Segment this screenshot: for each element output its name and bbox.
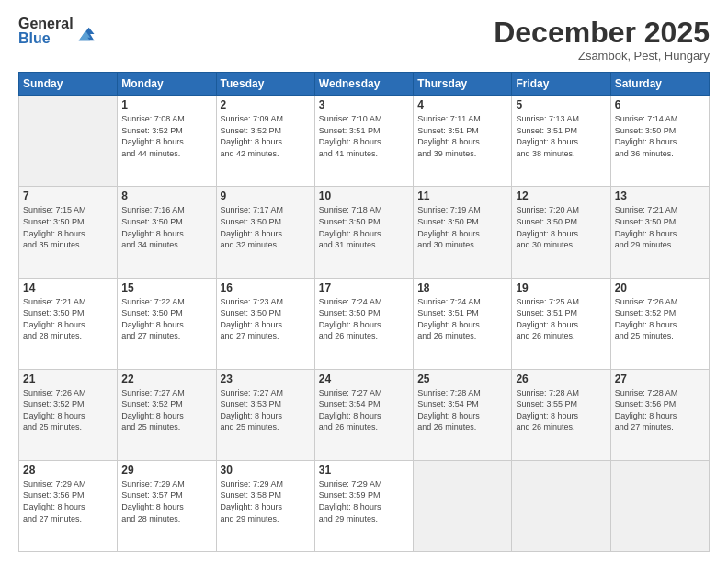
calendar-cell (512, 460, 610, 551)
day-info: Sunrise: 7:16 AMSunset: 3:50 PMDaylight:… (121, 204, 211, 250)
day-number: 29 (121, 464, 211, 477)
day-number: 17 (319, 282, 409, 294)
calendar-cell: 1Sunrise: 7:08 AMSunset: 3:52 PMDaylight… (118, 96, 216, 187)
calendar-cell: 20Sunrise: 7:26 AMSunset: 3:52 PMDayligh… (610, 278, 709, 369)
month-title: December 2025 (494, 17, 710, 49)
calendar-cell: 21Sunrise: 7:26 AMSunset: 3:52 PMDayligh… (19, 369, 118, 460)
day-info: Sunrise: 7:26 AMSunset: 3:52 PMDaylight:… (23, 387, 113, 433)
day-number: 19 (516, 282, 606, 294)
day-info: Sunrise: 7:17 AMSunset: 3:50 PMDaylight:… (221, 204, 311, 250)
weekday-header-wednesday: Wednesday (314, 73, 413, 96)
calendar-cell (610, 460, 709, 551)
header: General Blue December 2025 Zsambok, Pest… (18, 17, 710, 63)
calendar-cell: 24Sunrise: 7:27 AMSunset: 3:54 PMDayligh… (314, 369, 413, 460)
title-section: December 2025 Zsambok, Pest, Hungary (494, 17, 710, 63)
weekday-header-monday: Monday (118, 73, 216, 96)
week-row-4: 21Sunrise: 7:26 AMSunset: 3:52 PMDayligh… (19, 369, 710, 460)
calendar-cell: 26Sunrise: 7:28 AMSunset: 3:55 PMDayligh… (512, 369, 610, 460)
logo-general-text: General (18, 17, 74, 31)
day-number: 16 (221, 282, 311, 294)
calendar-cell: 17Sunrise: 7:24 AMSunset: 3:50 PMDayligh… (314, 278, 413, 369)
day-info: Sunrise: 7:23 AMSunset: 3:50 PMDaylight:… (221, 296, 311, 342)
day-number: 22 (121, 373, 211, 385)
day-info: Sunrise: 7:22 AMSunset: 3:50 PMDaylight:… (121, 296, 211, 342)
calendar-cell: 23Sunrise: 7:27 AMSunset: 3:53 PMDayligh… (216, 369, 314, 460)
calendar-cell: 15Sunrise: 7:22 AMSunset: 3:50 PMDayligh… (118, 278, 216, 369)
calendar-cell: 29Sunrise: 7:29 AMSunset: 3:57 PMDayligh… (118, 460, 216, 551)
calendar-table: SundayMondayTuesdayWednesdayThursdayFrid… (18, 72, 710, 552)
calendar-cell (414, 460, 512, 551)
calendar-cell: 31Sunrise: 7:29 AMSunset: 3:59 PMDayligh… (314, 460, 413, 551)
day-info: Sunrise: 7:20 AMSunset: 3:50 PMDaylight:… (516, 204, 606, 250)
calendar-cell: 7Sunrise: 7:15 AMSunset: 3:50 PMDaylight… (19, 187, 118, 278)
calendar-cell: 10Sunrise: 7:18 AMSunset: 3:50 PMDayligh… (314, 187, 413, 278)
calendar-cell: 28Sunrise: 7:29 AMSunset: 3:56 PMDayligh… (19, 460, 118, 551)
calendar-cell: 22Sunrise: 7:27 AMSunset: 3:52 PMDayligh… (118, 369, 216, 460)
weekday-header-sunday: Sunday (19, 73, 118, 96)
day-info: Sunrise: 7:24 AMSunset: 3:50 PMDaylight:… (319, 296, 409, 342)
calendar-cell: 8Sunrise: 7:16 AMSunset: 3:50 PMDaylight… (118, 187, 216, 278)
day-info: Sunrise: 7:25 AMSunset: 3:51 PMDaylight:… (516, 296, 606, 342)
day-info: Sunrise: 7:13 AMSunset: 3:51 PMDaylight:… (516, 113, 606, 159)
day-info: Sunrise: 7:14 AMSunset: 3:50 PMDaylight:… (615, 113, 705, 159)
calendar-cell: 19Sunrise: 7:25 AMSunset: 3:51 PMDayligh… (512, 278, 610, 369)
week-row-1: 1Sunrise: 7:08 AMSunset: 3:52 PMDaylight… (19, 96, 710, 187)
day-info: Sunrise: 7:29 AMSunset: 3:59 PMDaylight:… (319, 478, 409, 524)
week-row-5: 28Sunrise: 7:29 AMSunset: 3:56 PMDayligh… (19, 460, 710, 551)
day-info: Sunrise: 7:28 AMSunset: 3:56 PMDaylight:… (615, 387, 705, 433)
calendar-cell: 11Sunrise: 7:19 AMSunset: 3:50 PMDayligh… (414, 187, 512, 278)
day-number: 3 (319, 98, 409, 111)
day-number: 6 (615, 98, 705, 111)
day-info: Sunrise: 7:24 AMSunset: 3:51 PMDaylight:… (417, 296, 507, 342)
location: Zsambok, Pest, Hungary (494, 49, 710, 63)
day-number: 1 (121, 98, 211, 111)
calendar-cell: 4Sunrise: 7:11 AMSunset: 3:51 PMDaylight… (414, 96, 512, 187)
logo: General Blue (18, 17, 96, 46)
day-info: Sunrise: 7:29 AMSunset: 3:57 PMDaylight:… (121, 478, 211, 524)
day-number: 25 (417, 373, 507, 385)
day-number: 9 (221, 190, 311, 202)
day-number: 5 (516, 98, 606, 111)
day-number: 8 (121, 190, 211, 202)
calendar-cell: 14Sunrise: 7:21 AMSunset: 3:50 PMDayligh… (19, 278, 118, 369)
calendar-cell: 6Sunrise: 7:14 AMSunset: 3:50 PMDaylight… (610, 96, 709, 187)
logo-blue-text: Blue (18, 31, 74, 46)
calendar-cell: 27Sunrise: 7:28 AMSunset: 3:56 PMDayligh… (610, 369, 709, 460)
day-info: Sunrise: 7:27 AMSunset: 3:52 PMDaylight:… (121, 387, 211, 433)
day-info: Sunrise: 7:29 AMSunset: 3:58 PMDaylight:… (221, 478, 311, 524)
weekday-header-row: SundayMondayTuesdayWednesdayThursdayFrid… (19, 73, 710, 96)
day-number: 14 (23, 282, 113, 294)
day-number: 21 (23, 373, 113, 385)
weekday-header-tuesday: Tuesday (216, 73, 314, 96)
week-row-2: 7Sunrise: 7:15 AMSunset: 3:50 PMDaylight… (19, 187, 710, 278)
calendar-cell: 2Sunrise: 7:09 AMSunset: 3:52 PMDaylight… (216, 96, 314, 187)
day-info: Sunrise: 7:15 AMSunset: 3:50 PMDaylight:… (23, 204, 113, 250)
calendar-cell (19, 96, 118, 187)
day-number: 28 (23, 464, 113, 477)
day-number: 7 (23, 190, 113, 202)
day-info: Sunrise: 7:11 AMSunset: 3:51 PMDaylight:… (417, 113, 507, 159)
day-info: Sunrise: 7:28 AMSunset: 3:54 PMDaylight:… (417, 387, 507, 433)
calendar-cell: 12Sunrise: 7:20 AMSunset: 3:50 PMDayligh… (512, 187, 610, 278)
day-number: 2 (221, 98, 311, 111)
day-number: 24 (319, 373, 409, 385)
calendar-cell: 3Sunrise: 7:10 AMSunset: 3:51 PMDaylight… (314, 96, 413, 187)
calendar-cell: 25Sunrise: 7:28 AMSunset: 3:54 PMDayligh… (414, 369, 512, 460)
calendar-cell: 30Sunrise: 7:29 AMSunset: 3:58 PMDayligh… (216, 460, 314, 551)
day-info: Sunrise: 7:27 AMSunset: 3:53 PMDaylight:… (221, 387, 311, 433)
calendar-cell: 16Sunrise: 7:23 AMSunset: 3:50 PMDayligh… (216, 278, 314, 369)
day-number: 27 (615, 373, 705, 385)
day-number: 31 (319, 464, 409, 477)
day-info: Sunrise: 7:08 AMSunset: 3:52 PMDaylight:… (121, 113, 211, 159)
weekday-header-thursday: Thursday (414, 73, 512, 96)
day-info: Sunrise: 7:29 AMSunset: 3:56 PMDaylight:… (23, 478, 113, 524)
day-info: Sunrise: 7:26 AMSunset: 3:52 PMDaylight:… (615, 296, 705, 342)
day-number: 10 (319, 190, 409, 202)
day-number: 23 (221, 373, 311, 385)
day-number: 15 (121, 282, 211, 294)
calendar-cell: 13Sunrise: 7:21 AMSunset: 3:50 PMDayligh… (610, 187, 709, 278)
day-info: Sunrise: 7:10 AMSunset: 3:51 PMDaylight:… (319, 113, 409, 159)
weekday-header-saturday: Saturday (610, 73, 709, 96)
day-info: Sunrise: 7:28 AMSunset: 3:55 PMDaylight:… (516, 387, 606, 433)
weekday-header-friday: Friday (512, 73, 610, 96)
